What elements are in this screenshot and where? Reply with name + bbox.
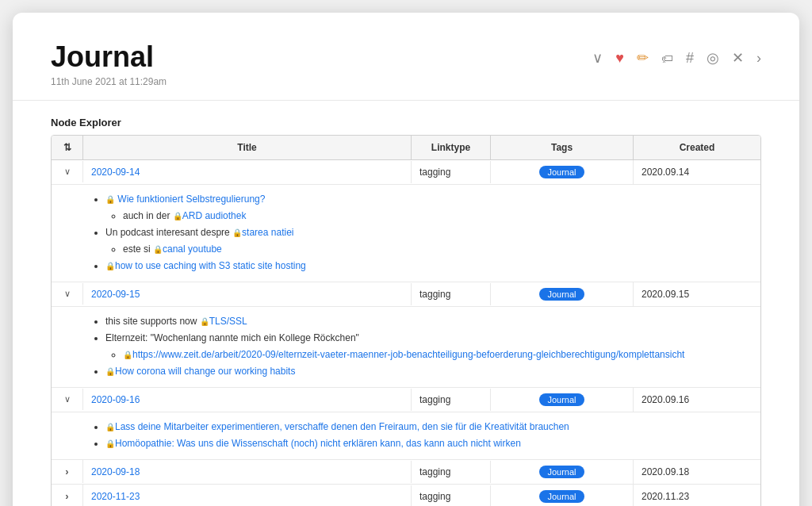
node-explorer: ⇅ Title Linktype Tags Created ∨ 2020-09-… xyxy=(51,135,761,506)
title-column-header: Title xyxy=(83,136,412,159)
child-link[interactable]: TLS/SSL xyxy=(209,316,247,327)
row-tags: Journal xyxy=(491,460,634,484)
row-linktype: tagging xyxy=(412,389,491,411)
section-title: Node Explorer xyxy=(51,117,761,128)
row-created: 2020.09.16 xyxy=(634,389,760,411)
lock-icon: 🔒 xyxy=(105,195,115,204)
header-actions: ∨ ♥ ✏ 🏷 # ◎ ✕ › xyxy=(592,49,761,67)
child-link[interactable]: Homöopathie: Was uns die Wissenschaft (n… xyxy=(115,438,521,449)
sub-list: auch in der 🔒ARD audiothek xyxy=(105,209,760,223)
tag-badge: Journal xyxy=(539,288,584,301)
collapse-toggle[interactable]: ∨ xyxy=(52,161,83,182)
row-title[interactable]: 2020-09-18 xyxy=(83,461,412,483)
target-icon[interactable]: ◎ xyxy=(707,49,719,67)
collapse-toggle[interactable]: ∨ xyxy=(52,389,83,410)
tag-badge: Journal xyxy=(539,490,584,503)
tag-icon[interactable]: 🏷 xyxy=(661,52,673,65)
lock-icon: 🔒 xyxy=(105,367,115,376)
row-tags: Journal xyxy=(491,388,634,412)
children-rows: 🔒Lass deine Mitarbeiter experimentieren,… xyxy=(52,412,760,460)
child-link[interactable]: how to use caching with S3 static site h… xyxy=(115,260,306,271)
list-item: Un podcast interesant despre 🔒starea nat… xyxy=(105,225,760,256)
row-title[interactable]: 2020-11-23 xyxy=(83,485,412,506)
table-row: › 2020-09-18 tagging Journal 2020.09.18 xyxy=(52,460,760,485)
row-linktype: tagging xyxy=(412,161,491,183)
row-group-2020-09-14: ∨ 2020-09-14 tagging Journal 2020.09.14 … xyxy=(52,160,760,282)
page-title: Journal xyxy=(51,41,167,73)
children-rows: this site supports now 🔒TLS/SSL Elternze… xyxy=(52,307,760,388)
row-linktype: tagging xyxy=(412,283,491,305)
row-linktype: tagging xyxy=(412,461,491,483)
table-row: › 2020-11-23 tagging Journal 2020.11.23 xyxy=(52,485,760,506)
row-tags: Journal xyxy=(491,160,634,184)
row-tags: Journal xyxy=(491,485,634,506)
sort-icon[interactable]: ⇅ xyxy=(52,136,83,159)
row-created: 2020.09.15 xyxy=(634,283,760,305)
row-tags: Journal xyxy=(491,282,634,306)
sub-list: 🔒https://www.zeit.de/arbeit/2020-09/elte… xyxy=(105,347,760,362)
child-link[interactable]: canal youtube xyxy=(163,243,222,255)
lock-icon: 🔒 xyxy=(123,351,132,359)
lock-icon: 🔒 xyxy=(105,423,115,431)
list-item: 🔒Lass deine Mitarbeiter experimentieren,… xyxy=(105,420,760,434)
collapse-toggle[interactable]: › xyxy=(52,485,83,506)
header-left: Journal 11th June 2021 at 11:29am xyxy=(51,41,167,87)
page-subtitle: 11th June 2021 at 11:29am xyxy=(51,76,167,87)
linktype-column-header: Linktype xyxy=(412,136,491,159)
children-rows: 🔒 Wie funktioniert Selbstregulierung? au… xyxy=(52,185,760,282)
tag-badge: Journal xyxy=(539,393,584,406)
table-row: ∨ 2020-09-14 tagging Journal 2020.09.14 xyxy=(52,160,760,185)
row-title[interactable]: 2020-09-15 xyxy=(83,283,412,305)
lock-icon: 🔒 xyxy=(105,439,115,448)
list-item: Elternzeit: "Wochenlang nannte mich ein … xyxy=(105,331,760,362)
list-item: 🔒how to use caching with S3 static site … xyxy=(105,259,760,273)
heart-icon[interactable]: ♥ xyxy=(615,50,624,67)
child-link[interactable]: https://www.zeit.de/arbeit/2020-09/elter… xyxy=(132,349,684,360)
hash-icon[interactable]: # xyxy=(686,50,694,67)
child-link[interactable]: starea natiei xyxy=(242,227,293,238)
row-created: 2020.11.23 xyxy=(634,485,760,506)
content-area: Node Explorer ⇅ Title Linktype Tags Crea… xyxy=(13,101,799,506)
collapse-toggle[interactable]: › xyxy=(52,460,83,483)
row-created: 2020.09.14 xyxy=(634,161,760,183)
child-link[interactable]: How corona will change our working habit… xyxy=(115,366,295,377)
table-row: ∨ 2020-09-16 tagging Journal 2020.09.16 xyxy=(52,388,760,412)
row-group-2020-09-16: ∨ 2020-09-16 tagging Journal 2020.09.16 … xyxy=(52,388,760,460)
child-link[interactable]: Lass deine Mitarbeiter experimentieren, … xyxy=(115,421,569,432)
lock-icon: 🔒 xyxy=(173,212,182,220)
main-window: Journal 11th June 2021 at 11:29am ∨ ♥ ✏ … xyxy=(13,13,799,506)
list-item: este si 🔒canal youtube xyxy=(123,242,760,256)
row-title[interactable]: 2020-09-16 xyxy=(83,389,412,411)
collapse-toggle[interactable]: ∨ xyxy=(52,283,83,305)
child-list: 🔒 Wie funktioniert Selbstregulierung? au… xyxy=(91,192,760,273)
list-item: 🔒https://www.zeit.de/arbeit/2020-09/elte… xyxy=(123,347,760,362)
lock-icon: 🔒 xyxy=(105,262,115,270)
lock-icon: 🔒 xyxy=(232,228,242,237)
child-link[interactable]: Wie funktioniert Selbstregulierung? xyxy=(117,194,265,205)
header: Journal 11th June 2021 at 11:29am ∨ ♥ ✏ … xyxy=(13,13,799,101)
list-item: this site supports now 🔒TLS/SSL xyxy=(105,314,760,328)
pencil-icon[interactable]: ✏ xyxy=(637,49,649,67)
sub-list: este si 🔒canal youtube xyxy=(105,242,760,256)
list-item: auch in der 🔒ARD audiothek xyxy=(123,209,760,223)
row-group-2020-09-15: ∨ 2020-09-15 tagging Journal 2020.09.15 … xyxy=(52,282,760,388)
child-list: this site supports now 🔒TLS/SSL Elternze… xyxy=(91,314,760,378)
table-header: ⇅ Title Linktype Tags Created xyxy=(52,136,760,160)
list-item: 🔒Homöopathie: Was uns die Wissenschaft (… xyxy=(105,436,760,450)
forward-icon[interactable]: › xyxy=(756,50,761,67)
list-item: 🔒How corona will change our working habi… xyxy=(105,364,760,378)
tags-column-header: Tags xyxy=(491,136,634,159)
child-link[interactable]: ARD audiothek xyxy=(182,210,247,221)
list-item: 🔒 Wie funktioniert Selbstregulierung? au… xyxy=(105,192,760,223)
close-icon[interactable]: ✕ xyxy=(732,49,744,67)
row-created: 2020.09.18 xyxy=(634,461,760,483)
lock-icon: 🔒 xyxy=(153,245,163,254)
tag-badge: Journal xyxy=(539,166,584,178)
created-column-header: Created xyxy=(634,136,760,159)
lock-icon: 🔒 xyxy=(200,317,209,326)
table-row: ∨ 2020-09-15 tagging Journal 2020.09.15 xyxy=(52,282,760,307)
tag-badge: Journal xyxy=(539,466,584,478)
row-title[interactable]: 2020-09-14 xyxy=(83,161,412,183)
chevron-down-icon[interactable]: ∨ xyxy=(592,49,603,67)
child-list: 🔒Lass deine Mitarbeiter experimentieren,… xyxy=(91,420,760,450)
